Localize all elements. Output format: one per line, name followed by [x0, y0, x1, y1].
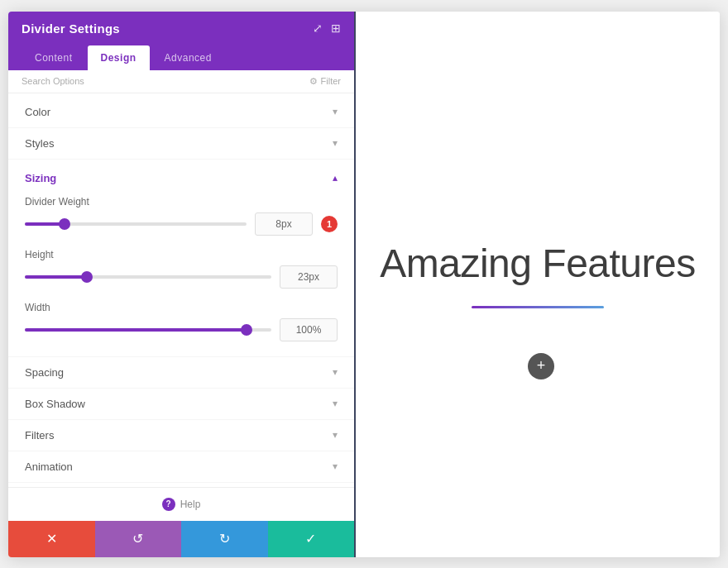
redo-button[interactable]: ↻ [181, 521, 268, 557]
height-row [25, 265, 338, 289]
chevron-box-shadow: ▾ [333, 398, 338, 409]
height-label: Height [25, 249, 338, 260]
help-icon: ? [162, 498, 175, 511]
preview-divider [472, 306, 604, 308]
divider-weight-thumb[interactable] [59, 218, 70, 230]
panel-scroll[interactable]: Color ▾ Styles ▾ Sizing ▴ Divider Weight [8, 93, 354, 487]
width-label: Width [25, 302, 338, 313]
panel-tabs: Content Design Advanced [8, 45, 354, 70]
field-height: Height [8, 242, 354, 295]
field-divider-weight: Divider Weight 1 [8, 189, 354, 242]
height-fill [25, 275, 87, 279]
panel-title: Divider Settings [22, 21, 120, 36]
divider-weight-row: 1 [25, 212, 338, 236]
section-filters[interactable]: Filters ▾ [8, 420, 354, 451]
right-panel: Amazing Features + [356, 12, 720, 557]
help-label: Help [180, 499, 201, 510]
width-fill [25, 328, 247, 332]
chevron-color: ▾ [333, 106, 338, 117]
width-track[interactable] [25, 328, 271, 332]
left-panel: Divider Settings ⤢ ⊞ Content Design Adva… [8, 12, 356, 557]
height-thumb[interactable] [81, 271, 93, 283]
panel-header-icons: ⤢ ⊞ [313, 21, 341, 35]
screenshot-wrapper: Divider Settings ⤢ ⊞ Content Design Adva… [8, 12, 720, 557]
section-box-shadow[interactable]: Box Shadow ▾ [8, 389, 354, 420]
section-spacing[interactable]: Spacing ▾ [8, 357, 354, 389]
tab-design[interactable]: Design [88, 45, 150, 70]
cancel-button[interactable]: ✕ [8, 521, 95, 557]
save-button[interactable]: ✓ [268, 521, 355, 557]
preview-heading: Amazing Features [380, 241, 696, 286]
chevron-animation: ▾ [333, 461, 338, 472]
section-box-shadow-label: Box Shadow [25, 398, 85, 410]
chevron-styles: ▾ [333, 137, 338, 149]
height-input[interactable] [280, 265, 338, 289]
filter-icon: ⚙ [309, 76, 318, 87]
field-width: Width [8, 295, 354, 348]
action-bar: ✕ ↺ ↻ ✓ [8, 521, 354, 557]
search-bar: Search Options ⚙ Filter [8, 70, 354, 93]
sizing-header[interactable]: Sizing ▴ [8, 163, 354, 189]
undo-button[interactable]: ↺ [95, 521, 182, 557]
panel-header: Divider Settings ⤢ ⊞ [8, 12, 354, 45]
section-sizing-label: Sizing [25, 172, 56, 184]
divider-weight-input[interactable] [255, 212, 313, 236]
section-styles[interactable]: Styles ▾ [8, 128, 354, 160]
grid-icon[interactable]: ⊞ [331, 21, 341, 35]
expand-icon[interactable]: ⤢ [313, 21, 323, 35]
divider-weight-label: Divider Weight [25, 196, 338, 208]
tab-advanced[interactable]: Advanced [151, 45, 225, 70]
chevron-spacing: ▾ [333, 366, 338, 378]
add-button[interactable]: + [528, 353, 554, 379]
width-row [25, 318, 338, 341]
filter-button[interactable]: ⚙ Filter [309, 76, 341, 87]
panel-footer: ? Help [8, 487, 354, 521]
section-styles-label: Styles [25, 137, 54, 150]
search-options-label: Search Options [22, 76, 84, 86]
divider-weight-badge: 1 [321, 216, 338, 232]
section-spacing-label: Spacing [25, 366, 64, 379]
section-animation-label: Animation [25, 461, 73, 473]
section-animation[interactable]: Animation ▾ [8, 451, 354, 483]
section-color-label: Color [25, 106, 50, 118]
section-color[interactable]: Color ▾ [8, 97, 354, 128]
width-thumb[interactable] [241, 324, 252, 336]
chevron-sizing: ▴ [333, 172, 338, 184]
section-filters-label: Filters [25, 429, 54, 442]
chevron-filters: ▾ [333, 429, 338, 441]
section-sizing: Sizing ▴ Divider Weight 1 [8, 160, 354, 357]
divider-weight-track[interactable] [25, 222, 247, 226]
tab-content[interactable]: Content [22, 45, 86, 70]
height-track[interactable] [25, 275, 271, 279]
width-input[interactable] [280, 318, 338, 341]
